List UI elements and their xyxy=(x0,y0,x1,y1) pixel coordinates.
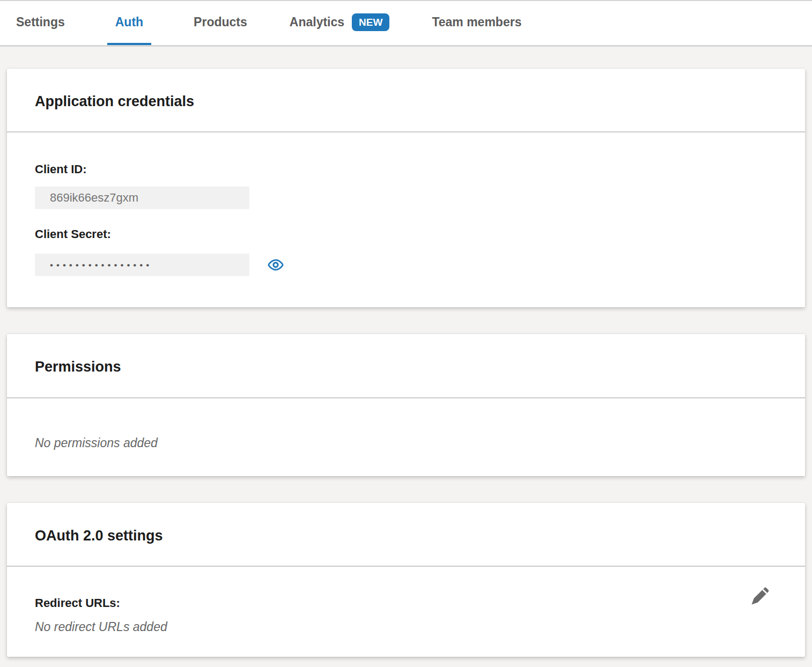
client-id-label: Client ID: xyxy=(35,162,777,176)
permissions-header: Permissions xyxy=(7,334,805,397)
tab-team-members[interactable]: Team members xyxy=(432,1,521,45)
application-credentials-card: Application credentials Client ID: 869ik… xyxy=(7,69,805,307)
application-credentials-title: Application credentials xyxy=(35,93,777,110)
tab-bar: Settings Auth Products Analytics NEW Tea… xyxy=(0,0,812,47)
tab-analytics[interactable]: Analytics NEW xyxy=(290,1,390,45)
oauth-settings-card: OAuth 2.0 settings Redirect URLs: No red… xyxy=(7,503,805,657)
tab-products[interactable]: Products xyxy=(194,1,247,45)
pencil-icon xyxy=(749,584,772,607)
tab-settings[interactable]: Settings xyxy=(16,1,65,45)
no-redirect-urls-text: No redirect URLs added xyxy=(35,620,777,634)
client-id-field[interactable]: 869ik66esz7gxm xyxy=(35,187,249,209)
permissions-body: No permissions added xyxy=(7,398,805,476)
oauth-settings-body: Redirect URLs: No redirect URLs added xyxy=(7,567,805,657)
client-secret-label: Client Secret: xyxy=(35,227,777,241)
no-permissions-text: No permissions added xyxy=(35,436,777,450)
permissions-title: Permissions xyxy=(35,358,777,375)
tab-settings-label: Settings xyxy=(16,15,65,29)
client-secret-masked-value: •••••••••••••••• xyxy=(50,259,152,271)
client-secret-row: •••••••••••••••• xyxy=(35,254,777,276)
main-content: Application credentials Client ID: 869ik… xyxy=(0,47,812,657)
tab-analytics-label: Analytics xyxy=(290,15,344,29)
oauth-settings-title: OAuth 2.0 settings xyxy=(35,527,777,544)
edit-redirect-urls-button[interactable] xyxy=(749,584,772,607)
client-secret-field[interactable]: •••••••••••••••• xyxy=(35,254,249,276)
tab-products-label: Products xyxy=(194,15,247,29)
application-credentials-body: Client ID: 869ik66esz7gxm Client Secret:… xyxy=(7,132,805,307)
permissions-card: Permissions No permissions added xyxy=(7,334,805,476)
spacer xyxy=(35,209,777,227)
show-secret-button[interactable] xyxy=(267,256,284,273)
oauth-settings-header: OAuth 2.0 settings xyxy=(7,503,805,566)
redirect-urls-label: Redirect URLs: xyxy=(35,596,777,610)
tab-team-members-label: Team members xyxy=(432,15,521,29)
eye-icon xyxy=(267,256,284,273)
tab-auth[interactable]: Auth xyxy=(107,1,151,45)
application-credentials-header: Application credentials xyxy=(7,69,805,131)
tab-auth-label: Auth xyxy=(115,15,143,29)
new-badge: NEW xyxy=(352,13,389,31)
